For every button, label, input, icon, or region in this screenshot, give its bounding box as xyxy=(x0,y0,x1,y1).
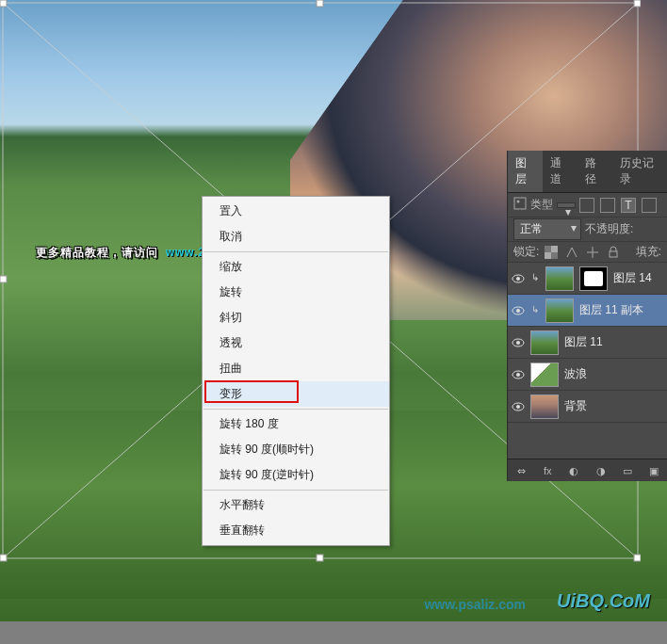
visibility-eye-icon[interactable] xyxy=(512,368,525,381)
svg-point-22 xyxy=(516,341,520,345)
opacity-label: 不透明度: xyxy=(585,221,633,237)
layer-name[interactable]: 图层 11 xyxy=(564,334,603,350)
filter-adjust-icon[interactable] xyxy=(600,198,615,213)
filter-shape-icon[interactable] xyxy=(642,198,657,213)
svg-point-20 xyxy=(516,309,520,313)
menu-item[interactable]: 旋转 180 度 xyxy=(203,411,389,437)
kind-icon[interactable] xyxy=(513,197,527,213)
menu-separator xyxy=(203,490,388,491)
menu-item[interactable]: 缩放 xyxy=(203,254,389,280)
kind-label: 类型 xyxy=(530,197,553,213)
panel-lock-row: 锁定: 填充: xyxy=(508,242,667,263)
layer-name[interactable]: 图层 11 副本 xyxy=(579,302,643,318)
svg-rect-3 xyxy=(0,0,7,7)
adjustment-icon[interactable]: ◑ xyxy=(594,463,609,478)
panel-kind-row: 类型 T xyxy=(508,193,667,217)
visibility-eye-icon[interactable] xyxy=(512,272,525,285)
menu-item[interactable]: 斜切 xyxy=(203,305,389,330)
tab-paths[interactable]: 路径 xyxy=(578,151,612,192)
filter-pixel-icon[interactable] xyxy=(579,198,594,213)
tab-history[interactable]: 历史记录 xyxy=(612,151,667,192)
fx-icon[interactable]: fx xyxy=(540,463,555,478)
visibility-eye-icon[interactable] xyxy=(512,304,525,317)
new-layer-icon[interactable]: ▣ xyxy=(646,463,661,478)
panel-tabs: 图层 通道 路径 历史记录 xyxy=(508,151,667,193)
menu-item[interactable]: 旋转 90 度(逆时针) xyxy=(203,462,389,488)
context-menu: 置入取消缩放旋转斜切透视扭曲变形旋转 180 度旋转 90 度(顺时针)旋转 9… xyxy=(202,196,390,546)
filter-type-icon[interactable]: T xyxy=(621,198,636,213)
layer-thumbnail[interactable] xyxy=(530,362,559,387)
layer-thumbnail[interactable] xyxy=(545,298,574,323)
lock-pixels-icon[interactable] xyxy=(565,246,578,259)
menu-item[interactable]: 变形 xyxy=(203,381,389,407)
svg-point-24 xyxy=(516,373,520,377)
canvas-pad-bottom xyxy=(0,621,667,644)
menu-item[interactable]: 扭曲 xyxy=(203,356,389,381)
svg-rect-11 xyxy=(514,198,526,209)
watermark-small: www.psaliz.com xyxy=(424,597,526,612)
lock-all-icon[interactable] xyxy=(607,246,620,259)
layer-row[interactable]: ↳图层 14 xyxy=(508,263,667,295)
layer-row[interactable]: 图层 11 xyxy=(508,327,667,359)
menu-item[interactable]: 垂直翻转 xyxy=(203,518,389,543)
menu-item[interactable]: 取消 xyxy=(203,224,389,250)
svg-rect-4 xyxy=(317,0,323,7)
menu-separator xyxy=(203,409,388,410)
group-icon[interactable]: ▭ xyxy=(620,463,635,478)
layers-panel: 图层 通道 路径 历史记录 类型 T 正常 不透明度: 锁定: 填充: ↳图层 … xyxy=(507,151,667,481)
layer-thumbnail[interactable] xyxy=(530,330,559,355)
menu-separator xyxy=(203,251,388,252)
mask-icon[interactable]: ◐ xyxy=(566,463,581,478)
layers-list: ↳图层 14↳图层 11 副本图层 11波浪背景 xyxy=(508,263,667,459)
watermark-brand: UiBQ.CoM xyxy=(557,590,650,612)
panel-blend-row: 正常 不透明度: xyxy=(508,217,667,242)
layer-thumbnail[interactable] xyxy=(545,266,574,291)
layer-name[interactable]: 图层 14 xyxy=(613,270,652,286)
svg-rect-16 xyxy=(610,251,617,257)
layer-row[interactable]: 波浪 xyxy=(508,359,667,391)
blend-mode-select[interactable]: 正常 xyxy=(513,218,581,240)
visibility-eye-icon[interactable] xyxy=(512,400,525,413)
kind-select[interactable] xyxy=(557,202,576,208)
menu-item[interactable]: 旋转 90 度(顺时针) xyxy=(203,437,389,462)
svg-rect-14 xyxy=(551,246,558,252)
layer-row[interactable]: ↳图层 11 副本 xyxy=(508,295,667,327)
menu-item[interactable]: 置入 xyxy=(203,199,389,224)
clip-indicator-icon: ↳ xyxy=(530,272,540,285)
lock-position-icon[interactable] xyxy=(586,246,599,259)
fill-label: 填充: xyxy=(636,244,661,260)
tab-layers[interactable]: 图层 xyxy=(508,151,543,192)
svg-rect-15 xyxy=(545,252,551,259)
tab-channels[interactable]: 通道 xyxy=(543,151,578,192)
lock-label: 锁定: xyxy=(513,244,539,260)
clip-indicator-icon: ↳ xyxy=(530,304,540,317)
layer-name[interactable]: 背景 xyxy=(564,398,587,414)
panel-footer: ⇔ fx ◐ ◑ ▭ ▣ xyxy=(508,459,667,481)
svg-point-18 xyxy=(516,277,520,281)
svg-point-26 xyxy=(516,405,520,409)
menu-item[interactable]: 透视 xyxy=(203,330,389,356)
svg-rect-6 xyxy=(0,276,7,282)
layer-thumbnail[interactable] xyxy=(530,394,559,419)
menu-item[interactable]: 旋转 xyxy=(203,280,389,305)
menu-item[interactable]: 水平翻转 xyxy=(203,492,389,518)
watermark-label: 更多精品教程，请访问 xyxy=(36,246,158,259)
lock-transparent-icon[interactable] xyxy=(545,246,558,259)
visibility-eye-icon[interactable] xyxy=(512,336,525,349)
layer-name[interactable]: 波浪 xyxy=(564,366,587,382)
layer-row[interactable]: 背景 xyxy=(508,391,667,423)
layer-mask-thumbnail[interactable] xyxy=(579,266,608,291)
link-layers-icon[interactable]: ⇔ xyxy=(513,463,529,478)
svg-point-12 xyxy=(517,201,520,203)
